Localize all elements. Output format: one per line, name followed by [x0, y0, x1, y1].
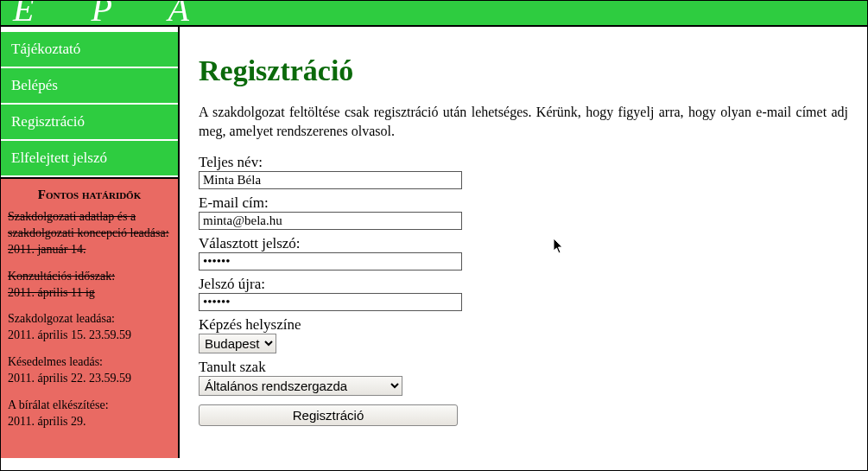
- deadline-item: Késedelmes leadás:2011. április 22. 23.5…: [8, 354, 171, 387]
- deadlines-panel: Fontos határidők Szakdolgozati adatlap é…: [1, 177, 178, 458]
- location-select[interactable]: Budapest: [199, 334, 276, 353]
- password2-label: Jelszó újra:: [199, 276, 848, 293]
- password-input[interactable]: [199, 252, 462, 271]
- fullname-label: Teljes név:: [199, 154, 848, 171]
- deadlines-title: Fontos határidők: [8, 188, 171, 202]
- intro-text: A szakdolgozat feltöltése csak regisztrá…: [199, 103, 848, 140]
- sidebar-nav: Tájékoztató Belépés Regisztráció Elfelej…: [1, 27, 178, 177]
- major-select[interactable]: Általános rendszergazda: [199, 376, 402, 396]
- location-label: Képzés helyszíne: [199, 316, 848, 334]
- nav-belepes[interactable]: Belépés: [1, 68, 178, 105]
- submit-button[interactable]: Regisztráció: [199, 404, 458, 426]
- nav-regisztracio[interactable]: Regisztráció: [1, 105, 178, 141]
- page-title: Regisztráció: [199, 54, 848, 87]
- deadline-item: A bírálat elkészítése:2011. április 29.: [8, 398, 171, 430]
- logo-text: E P A: [13, 1, 213, 25]
- deadline-item: Szakdolgozat leadása:2011. április 15. 2…: [8, 311, 171, 344]
- main-content: Regisztráció A szakdolgozat feltöltése c…: [180, 27, 867, 458]
- deadline-item: Konzultációs időszak:2011. április 11 ig: [8, 269, 171, 302]
- fullname-input[interactable]: [199, 171, 462, 189]
- email-label: E-mail cím:: [199, 194, 848, 212]
- email-input[interactable]: [199, 212, 462, 230]
- major-label: Tanult szak: [199, 359, 848, 376]
- sidebar: Tájékoztató Belépés Regisztráció Elfelej…: [1, 27, 180, 458]
- deadline-item: Szakdolgozati adatlap és a szakdolgozati…: [8, 209, 171, 258]
- nav-tajekoztato[interactable]: Tájékoztató: [1, 32, 178, 68]
- nav-elfelejtett-jelszo[interactable]: Elfelejtett jelszó: [1, 141, 178, 177]
- top-banner: E P A: [1, 1, 867, 25]
- password2-input[interactable]: [199, 293, 462, 311]
- password-label: Választott jelszó:: [199, 235, 848, 252]
